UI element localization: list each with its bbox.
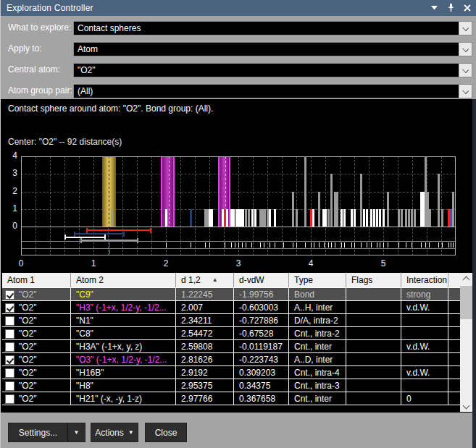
histogram-bar[interactable] xyxy=(379,209,381,227)
close-button[interactable]: Close xyxy=(145,423,187,442)
y-axis-label: 4 xyxy=(1,151,17,161)
cell-d12: 2.59808 xyxy=(176,340,234,352)
table-row[interactable]: "O2""H8"2.953750.34375Cnt., intra-3 xyxy=(2,379,473,392)
histogram-bar[interactable] xyxy=(165,209,167,227)
histogram-bar[interactable] xyxy=(242,209,244,227)
dropdown-what-to-explore[interactable]: Contact spheres xyxy=(73,21,472,35)
histogram-bar[interactable] xyxy=(414,209,416,227)
checkbox-checked[interactable] xyxy=(5,303,14,313)
column-header-flags[interactable]: Flags xyxy=(346,273,401,287)
histogram-bar[interactable] xyxy=(341,209,343,227)
table-row[interactable]: "O2""C9"1.22245-1.99756Bondstrong xyxy=(2,288,473,301)
dropdown-apply-to[interactable]: Atom xyxy=(73,42,472,56)
scroll-down-icon[interactable] xyxy=(463,402,470,410)
dropdown-atom-group-pair[interactable]: (All) xyxy=(73,84,472,98)
close-icon[interactable] xyxy=(462,3,472,13)
scroll-up-icon[interactable] xyxy=(463,276,470,284)
histogram-bar[interactable] xyxy=(429,209,431,227)
histogram-bar[interactable] xyxy=(233,209,235,227)
column-header-d-vdw[interactable]: d-vdW xyxy=(234,273,289,287)
table-row[interactable]: "O2""O3" (-1+x, 1/2-y, -1/2...2.81626-0.… xyxy=(2,353,473,366)
checkbox-unchecked[interactable] xyxy=(5,381,14,391)
histogram-bar[interactable] xyxy=(411,209,413,227)
histogram-bar[interactable] xyxy=(373,209,375,227)
histogram-bar[interactable] xyxy=(274,209,276,227)
histogram-bar[interactable] xyxy=(351,209,353,227)
histogram-bar[interactable] xyxy=(383,209,385,227)
histogram-bar[interactable] xyxy=(327,209,330,227)
column-header-atom-1[interactable]: Atom 1 xyxy=(2,273,71,287)
histogram-bar[interactable] xyxy=(343,209,346,227)
checkbox-unchecked[interactable] xyxy=(5,368,14,378)
histogram-bar[interactable] xyxy=(370,209,372,227)
dropdown-chevron-button[interactable] xyxy=(459,85,472,98)
histogram-bar[interactable] xyxy=(376,209,378,227)
pin-icon[interactable] xyxy=(446,3,456,13)
distance-marker-tick xyxy=(425,242,426,248)
histogram-bar[interactable] xyxy=(111,209,113,227)
histogram-bar[interactable] xyxy=(312,209,314,227)
histogram-bar[interactable] xyxy=(190,209,192,227)
titlebar[interactable]: Exploration Controller xyxy=(1,0,476,16)
histogram-bar[interactable] xyxy=(226,209,228,227)
settings-dropdown-arrow-icon[interactable]: ▼ xyxy=(68,429,85,436)
column-header-type[interactable]: Type xyxy=(289,273,346,287)
histogram-bar[interactable] xyxy=(211,209,213,227)
histogram-bar[interactable] xyxy=(405,209,407,227)
settings-button[interactable]: Settings... ▼ xyxy=(8,423,85,442)
cell-filler xyxy=(448,366,460,379)
histogram-bar[interactable] xyxy=(366,209,368,227)
table-row[interactable]: "O2""H16B"2.91920.309203Cnt., intra-4v.d… xyxy=(2,366,473,379)
checkbox-checked[interactable] xyxy=(5,290,14,300)
checkbox-unchecked[interactable] xyxy=(5,394,14,404)
table-scrollbar[interactable] xyxy=(460,273,473,412)
table-row[interactable]: "O2""H21" (-x, -y, 1-z)2.977660.367658Cn… xyxy=(2,392,473,405)
histogram-bar[interactable] xyxy=(438,174,440,227)
dropdown-central-atom[interactable]: "O2" xyxy=(73,63,472,77)
table-row[interactable]: "O2""H3" (-1+x, 1/2-y, -1/2...2.007-0.60… xyxy=(2,301,473,314)
histogram-bar[interactable] xyxy=(248,209,250,227)
histogram-bar[interactable] xyxy=(336,192,338,227)
histogram-bar[interactable] xyxy=(401,209,403,227)
histogram-bar[interactable] xyxy=(360,174,362,227)
scrollbar-thumb[interactable] xyxy=(460,286,473,319)
histogram-bar[interactable] xyxy=(325,209,327,227)
histogram-bar[interactable] xyxy=(398,209,400,227)
actions-button-label: Actions xyxy=(95,428,123,438)
histogram-bar[interactable] xyxy=(304,156,306,227)
histogram-bar[interactable] xyxy=(354,209,356,227)
window-menu-chevron-down-icon[interactable] xyxy=(429,3,439,13)
histogram-bar[interactable] xyxy=(330,174,333,227)
histogram-bar[interactable] xyxy=(452,192,454,227)
distance-marker-tick xyxy=(367,242,367,248)
cell-atom2: "H3A" (-1+x, y, z) xyxy=(71,340,176,352)
distance-marker-tick xyxy=(109,242,110,248)
column-header-d-1-2[interactable]: d 1,2▲ xyxy=(176,273,234,287)
table-row[interactable]: "O2""H3A" (-1+x, y, z)2.59808-0.0119187C… xyxy=(2,340,473,353)
histogram-bar[interactable] xyxy=(296,209,298,227)
dropdown-chevron-button[interactable] xyxy=(459,43,472,56)
table-row[interactable]: "O2""C8"2.54472-0.67528Cnt., intra-2 xyxy=(2,327,473,340)
histogram-bar[interactable] xyxy=(408,209,410,227)
column-header-interaction[interactable]: Interaction xyxy=(401,273,448,287)
histogram-bar[interactable] xyxy=(318,192,320,227)
histogram-bar[interactable] xyxy=(254,209,256,227)
histogram-bar[interactable] xyxy=(269,209,271,227)
histogram-bar[interactable] xyxy=(363,209,365,227)
checkbox-unchecked[interactable] xyxy=(5,342,14,352)
histogram-bar[interactable] xyxy=(251,209,254,227)
range-bar-cap xyxy=(80,238,82,243)
histogram-bar[interactable] xyxy=(245,209,247,227)
histogram-bar[interactable] xyxy=(441,209,443,227)
dropdown-chevron-button[interactable] xyxy=(459,64,472,77)
checkbox-unchecked[interactable] xyxy=(5,329,14,339)
checkbox-unchecked[interactable] xyxy=(5,316,14,326)
table-row[interactable]: "O2""N1"2.34211-0.727886D/A, intra-2 xyxy=(2,314,473,327)
dropdown-chevron-button[interactable] xyxy=(459,22,472,35)
actions-button[interactable]: Actions ▼ xyxy=(91,423,138,442)
checkbox-checked[interactable] xyxy=(5,355,14,365)
histogram-bar[interactable] xyxy=(387,192,389,227)
histogram-bar[interactable] xyxy=(292,192,294,227)
column-header-atom-2[interactable]: Atom 2 xyxy=(71,273,176,287)
histogram-bar[interactable] xyxy=(264,209,266,227)
